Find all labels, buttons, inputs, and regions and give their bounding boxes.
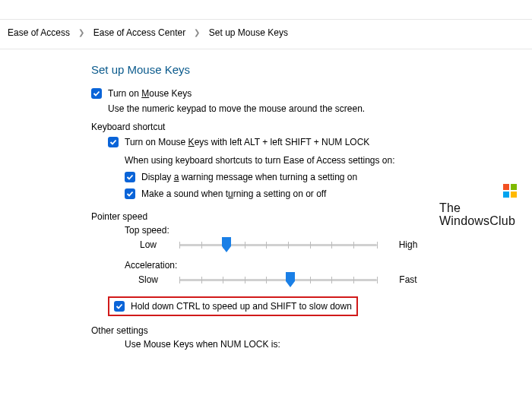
content-area: Set up Mouse Keys Turn on Mouse Keys Use…: [0, 49, 532, 350]
section-other-settings: Other settings: [91, 325, 532, 336]
slider-track[interactable]: [179, 239, 377, 251]
breadcrumb: Ease of Access ❯ Ease of Access Center ❯…: [0, 20, 532, 49]
checkbox-checked-icon[interactable]: [125, 188, 135, 199]
when-using-text: When using keyboard shortcuts to turn Ea…: [125, 155, 532, 166]
chevron-right-icon: ❯: [194, 28, 200, 36]
slider-max-label: Fast: [385, 274, 432, 285]
slider-min-label: Low: [125, 239, 172, 250]
acceleration-label: Acceleration:: [125, 260, 532, 271]
make-sound[interactable]: Make a sound when turning a setting on o…: [125, 187, 532, 201]
checkbox-label: Hold down CTRL to speed up and SHIFT to …: [131, 301, 352, 312]
checkbox-checked-icon[interactable]: [125, 172, 135, 182]
checkbox-checked-icon[interactable]: [108, 137, 119, 147]
checkbox-label: Turn on Mouse Keys: [108, 87, 192, 100]
highlight-box: Hold down CTRL to speed up and SHIFT to …: [108, 296, 358, 316]
checkbox-label: Display a warning message when turning a…: [141, 170, 357, 184]
slider-max-label: High: [385, 239, 432, 250]
breadcrumb-item[interactable]: Set up Mouse Keys: [209, 27, 288, 38]
acceleration-slider[interactable]: Slow Fast: [125, 274, 532, 286]
display-warning[interactable]: Display a warning message when turning a…: [125, 170, 532, 184]
checkbox-label: Turn on Mouse Keys with left ALT + left …: [125, 135, 369, 149]
checkbox-label: Make a sound when turning a setting on o…: [141, 187, 326, 201]
turn-on-mouse-keys[interactable]: Turn on Mouse Keys: [91, 87, 532, 100]
slider-thumb[interactable]: [220, 237, 233, 252]
slider-track[interactable]: [179, 274, 377, 286]
breadcrumb-item[interactable]: Ease of Access Center: [93, 27, 185, 38]
checkbox-checked-icon[interactable]: [114, 301, 125, 312]
watermark: The WindowsClub: [439, 202, 515, 228]
turn-on-description: Use the numeric keypad to move the mouse…: [108, 103, 532, 114]
slider-thumb[interactable]: [284, 272, 296, 287]
checkbox-checked-icon[interactable]: [91, 88, 102, 99]
top-speed-slider[interactable]: Low High: [125, 239, 532, 251]
use-when-numlock-label: Use Mouse Keys when NUM LOCK is:: [125, 339, 532, 350]
slider-min-label: Slow: [125, 274, 172, 285]
turn-on-shortcut[interactable]: Turn on Mouse Keys with left ALT + left …: [108, 135, 532, 149]
window-topbar: [0, 0, 532, 20]
windows-logo-icon: [503, 184, 517, 198]
chevron-right-icon: ❯: [78, 28, 84, 36]
section-keyboard-shortcut: Keyboard shortcut: [91, 122, 532, 132]
breadcrumb-item[interactable]: Ease of Access: [8, 27, 70, 38]
page-title: Set up Mouse Keys: [91, 63, 532, 76]
